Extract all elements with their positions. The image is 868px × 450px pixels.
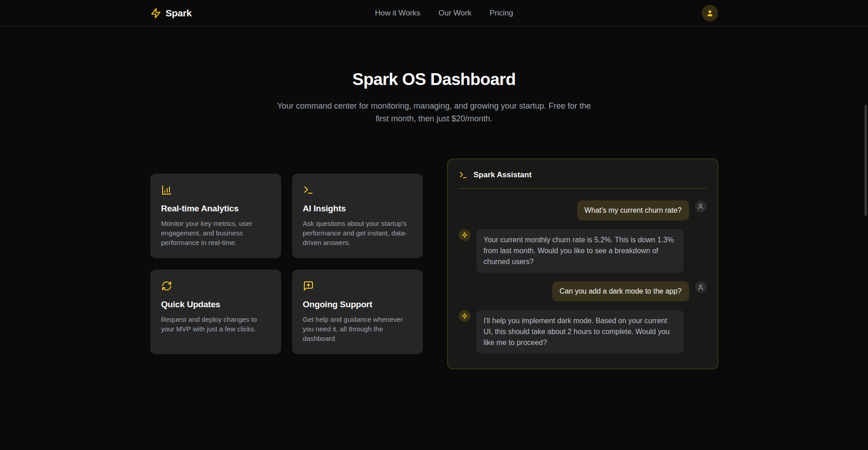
user-message-bubble: What's my current churn rate? xyxy=(577,200,689,220)
terminal-icon xyxy=(303,185,412,195)
feature-title: AI Insights xyxy=(303,204,412,214)
assistant-message-bubble: I'll help you implement dark mode. Based… xyxy=(476,310,684,354)
feature-description: Monitor your key metrics, user engagemen… xyxy=(161,219,270,247)
assistant-message-bubble: Your current monthly churn rate is 5.2%.… xyxy=(476,229,684,273)
brand-logo[interactable]: Spark xyxy=(150,8,192,19)
spark-assistant-panel: Spark Assistant What's my current churn … xyxy=(447,159,718,369)
chat-message-assistant: I'll help you implement dark mode. Based… xyxy=(459,310,707,354)
user-icon xyxy=(705,9,714,18)
navbar: Spark How it Works Our Work Pricing xyxy=(0,0,868,26)
avatar-button[interactable] xyxy=(702,5,718,21)
chat-message-user: Can you add a dark mode to the app? xyxy=(459,281,707,301)
zap-icon xyxy=(459,310,471,322)
feature-description: Request and deploy changes to your MVP w… xyxy=(161,315,270,334)
feature-card-ongoing-support: Ongoing Support Get help and guidance wh… xyxy=(292,270,423,354)
zap-icon xyxy=(459,229,471,241)
feature-card-ai-insights: AI Insights Ask questions about your sta… xyxy=(292,174,423,258)
user-message-bubble: Can you add a dark mode to the app? xyxy=(552,281,689,301)
brand-name: Spark xyxy=(166,8,192,19)
feature-title: Quick Updates xyxy=(161,300,270,310)
content-row: Real-time Analytics Monitor your key met… xyxy=(150,159,718,369)
feature-card-quick-updates: Quick Updates Request and deploy changes… xyxy=(150,270,281,354)
feature-description: Get help and guidance whenever you need … xyxy=(303,315,412,343)
chat-messages: What's my current churn rate? Your curre… xyxy=(448,189,718,365)
feature-description: Ask questions about your startup's perfo… xyxy=(303,219,412,247)
feature-title: Real-time Analytics xyxy=(161,204,270,214)
bar-chart-icon xyxy=(161,185,270,195)
refresh-cw-icon xyxy=(161,280,270,291)
user-icon xyxy=(695,200,707,212)
feature-card-realtime-analytics: Real-time Analytics Monitor your key met… xyxy=(150,174,281,258)
navbar-inner: Spark How it Works Our Work Pricing xyxy=(150,0,718,26)
hero-section: Spark OS Dashboard Your command center f… xyxy=(0,70,868,125)
chat-message-user: What's my current churn rate? xyxy=(459,200,707,220)
page-scrollbar-thumb[interactable] xyxy=(864,105,867,216)
user-icon xyxy=(695,281,707,293)
page-subtitle: Your command center for monitoring, mana… xyxy=(275,100,593,125)
nav-link-our-work[interactable]: Our Work xyxy=(438,9,471,18)
page-title: Spark OS Dashboard xyxy=(0,70,868,89)
nav-link-how-it-works[interactable]: How it Works xyxy=(375,9,420,18)
nav-link-pricing[interactable]: Pricing xyxy=(490,9,513,18)
terminal-icon xyxy=(459,170,468,180)
features-grid: Real-time Analytics Monitor your key met… xyxy=(150,174,423,354)
message-square-plus-icon xyxy=(303,280,412,291)
chat-title: Spark Assistant xyxy=(474,170,532,180)
zap-icon xyxy=(150,8,161,19)
feature-title: Ongoing Support xyxy=(303,300,412,310)
nav-links: How it Works Our Work Pricing xyxy=(375,9,513,18)
chat-header: Spark Assistant xyxy=(448,159,718,188)
chat-message-assistant: Your current monthly churn rate is 5.2%.… xyxy=(459,229,707,273)
